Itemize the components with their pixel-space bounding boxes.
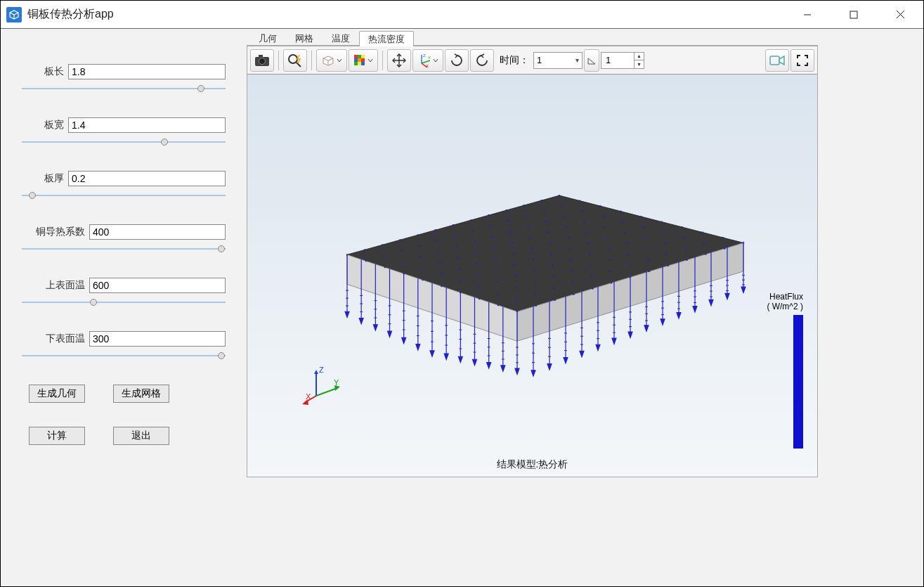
viewport-3d[interactable]: Z Y X HeatFlux ( W/m^2 ) 6.000e+05 6.000… <box>247 75 817 477</box>
svg-point-64 <box>474 241 476 243</box>
rubik-icon <box>353 54 366 67</box>
pan-button[interactable] <box>387 49 411 72</box>
param-length-input[interactable] <box>68 64 226 79</box>
spin-up-icon[interactable]: ▲ <box>634 53 644 60</box>
frame-spinner[interactable]: 1 ▲ ▼ <box>601 52 644 69</box>
svg-point-77 <box>493 247 495 248</box>
camera-record-button[interactable] <box>765 49 789 72</box>
svg-point-133 <box>646 248 648 250</box>
param-thickness-slider[interactable] <box>22 191 226 200</box>
svg-point-53 <box>490 225 492 226</box>
svg-text:Z: Z <box>319 366 324 374</box>
viewer-toolbar: ZYX 时间： 1 ▾ 1 <box>247 46 817 75</box>
svg-point-66 <box>509 231 512 232</box>
svg-rect-9 <box>354 55 358 58</box>
svg-rect-11 <box>361 55 365 58</box>
generate-mesh-button[interactable]: 生成网格 <box>113 385 169 403</box>
spin-down-icon[interactable]: ▼ <box>634 60 644 68</box>
svg-point-48 <box>401 250 403 252</box>
svg-point-62 <box>438 251 440 252</box>
tab-temperature[interactable]: 温度 <box>323 30 359 46</box>
svg-point-97 <box>640 216 642 217</box>
close-button[interactable] <box>877 1 923 28</box>
svg-point-95 <box>604 226 606 228</box>
svg-point-114 <box>515 276 517 277</box>
svg-point-45 <box>559 195 561 196</box>
param-length-slider[interactable] <box>22 84 226 93</box>
svg-point-101 <box>495 269 497 271</box>
svg-point-162 <box>743 242 745 243</box>
svg-point-59 <box>384 266 386 268</box>
svg-point-85 <box>422 279 424 280</box>
fullscreen-button[interactable] <box>790 49 814 72</box>
param-width-slider[interactable] <box>22 137 226 147</box>
app-icon <box>6 7 22 22</box>
svg-rect-17 <box>361 62 365 65</box>
svg-point-137 <box>497 304 500 306</box>
svg-point-44 <box>541 200 543 201</box>
svg-point-55 <box>526 215 528 217</box>
step-icon-button[interactable] <box>584 49 599 72</box>
minimize-button[interactable] <box>784 1 831 28</box>
svg-point-146 <box>666 254 668 255</box>
svg-point-76 <box>475 252 477 254</box>
svg-point-126 <box>516 287 518 288</box>
param-top-temp-slider[interactable] <box>22 297 226 307</box>
colormap-button[interactable] <box>349 49 378 72</box>
rotate-cw-button[interactable] <box>445 49 469 72</box>
svg-point-159 <box>686 259 688 261</box>
maximize-button[interactable] <box>831 1 877 28</box>
param-bot-temp-slider[interactable] <box>22 351 226 361</box>
generate-geometry-button[interactable]: 生成几何 <box>29 385 85 403</box>
param-top-temp-label: 上表面温 <box>22 279 85 292</box>
svg-point-87 <box>458 269 460 270</box>
svg-point-111 <box>460 292 462 293</box>
param-bot-temp-label: 下表面温 <box>22 333 85 345</box>
chevron-down-icon <box>433 58 438 63</box>
legend-title-2: ( W/m^2 ) <box>767 302 803 311</box>
result-tabs: 几何 网格 温度 热流密度 <box>247 30 818 46</box>
quick-zoom-button[interactable] <box>283 49 307 72</box>
svg-point-109 <box>642 226 644 228</box>
svg-point-43 <box>523 205 525 206</box>
svg-point-84 <box>620 210 622 212</box>
svg-point-38 <box>435 229 437 231</box>
svg-point-74 <box>439 262 441 264</box>
svg-text:Z: Z <box>423 53 426 58</box>
svg-point-50 <box>436 240 438 242</box>
axis-orient-button[interactable]: ZYX <box>412 49 443 72</box>
svg-point-138 <box>516 299 519 300</box>
param-thickness-input[interactable] <box>68 171 226 186</box>
time-select[interactable]: 1 ▾ <box>533 52 583 69</box>
svg-point-118 <box>589 254 591 255</box>
rotate-ccw-button[interactable] <box>470 49 494 72</box>
window-controls <box>784 1 923 28</box>
svg-rect-1 <box>850 11 857 18</box>
svg-rect-15 <box>354 62 358 65</box>
selection-mode-button[interactable] <box>316 49 347 72</box>
chevron-down-icon: ▾ <box>575 56 579 64</box>
result-plate-icon <box>306 166 756 391</box>
param-conductivity-input[interactable] <box>89 224 226 240</box>
svg-point-129 <box>571 271 573 272</box>
compute-button[interactable]: 计算 <box>29 427 85 445</box>
param-bot-temp-input[interactable] <box>89 331 226 347</box>
svg-line-22 <box>422 60 430 63</box>
svg-point-149 <box>722 237 724 238</box>
svg-point-56 <box>543 210 545 212</box>
param-length-label: 板长 <box>22 65 64 78</box>
svg-point-52 <box>472 230 474 231</box>
param-thickness: 板厚 <box>22 171 226 200</box>
tab-mesh[interactable]: 网格 <box>286 30 323 46</box>
param-conductivity-slider[interactable] <box>22 244 226 254</box>
svg-point-98 <box>441 285 443 287</box>
svg-point-132 <box>627 254 630 255</box>
svg-point-41 <box>488 214 490 216</box>
tab-geometry[interactable]: 几何 <box>249 30 286 46</box>
svg-point-131 <box>609 259 611 261</box>
tab-heatflux[interactable]: 热流密度 <box>359 31 414 46</box>
screenshot-button[interactable] <box>250 49 274 72</box>
exit-button[interactable]: 退出 <box>113 427 169 445</box>
param-top-temp-input[interactable] <box>89 278 226 293</box>
param-width-input[interactable] <box>68 117 226 133</box>
